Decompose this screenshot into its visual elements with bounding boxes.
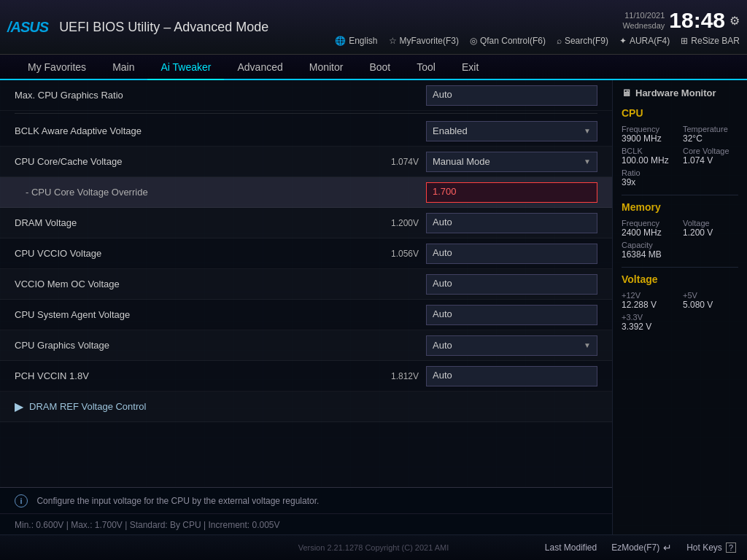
nav-ai-tweaker[interactable]: Ai Tweaker [147,55,224,80]
settings-icon[interactable]: ⚙ [729,14,740,28]
label-vccio-mem-oc: VCCIO Mem OC Voltage [15,279,426,289]
hw-memory-grid: Frequency 2400 MHz Voltage 1.200 V Capac… [622,219,738,260]
fan-icon: ◎ [470,36,477,46]
row-pch-vccin: PCH VCCIN 1.8V 1.812V Auto [0,361,612,392]
aura-icon: ✦ [619,36,627,46]
last-modified-label: Last Modified [545,542,597,553]
date-text: 11/10/2021 [624,10,665,20]
row-dram-ref-voltage[interactable]: ▶ DRAM REF Voltage Control [0,392,612,422]
nav-my-favorites[interactable]: My Favorites [15,55,99,79]
hw-cpu-bclk-label: BCLK 100.00 MHz [622,147,677,166]
input-pch-vccin[interactable]: Auto [426,366,597,386]
hw-memory-title: Memory [622,201,738,213]
ezmode-button[interactable]: EzMode(F7) ↵ [611,542,672,553]
input-cpu-system-agent[interactable]: Auto [426,305,597,325]
row-cpu-graphics-voltage: CPU Graphics Voltage Auto ▼ [0,330,612,361]
input-cpu-vccio-voltage[interactable]: Auto [426,244,597,264]
main-layout: Max. CPU Graphics Ratio Auto BCLK Aware … [0,80,747,534]
hw-v33-label: +3.3V 3.392 V [622,313,677,332]
day-text: Wednesday [622,20,665,31]
star-icon: ☆ [389,36,397,46]
hw-divider-1 [622,195,738,195]
separator-1 [15,113,597,114]
search-icon: ⌕ [557,36,562,46]
search-button[interactable]: ⌕ Search(F9) [557,36,608,46]
hotkeys-button[interactable]: Hot Keys ? [686,542,736,553]
version-text: Version 2.21.1278 Copyright (C) 2021 AMI [298,543,449,552]
bottom-bar: Version 2.21.1278 Copyright (C) 2021 AMI… [0,534,747,560]
ezmode-label: EzMode(F7) [611,542,659,553]
settings-table: Max. CPU Graphics Ratio Auto BCLK Aware … [0,80,612,487]
hw-voltage-grid: +12V 12.288 V +5V 5.080 V +3.3V 3.392 V [622,291,738,332]
row-cpu-vccio-voltage: CPU VCCIO Voltage 1.056V Auto [0,238,612,269]
label-cpu-core-cache-voltage: CPU Core/Cache Voltage [15,156,375,167]
globe-icon: 🌐 [335,36,346,46]
asus-logo: /ASUS [7,19,48,36]
hw-cpu-temp-label: Temperature 32°C [683,125,738,144]
row-cpu-system-agent: CPU System Agent Voltage Auto [0,300,612,330]
arrow-right-icon: ↵ [663,542,672,553]
bios-title: UEFI BIOS Utility – Advanced Mode [59,20,268,35]
row-cpu-core-voltage-override: - CPU Core Voltage Override 1.700 [0,177,612,208]
hw-v5-label: +5V 5.080 V [683,291,738,310]
label-cpu-system-agent: CPU System Agent Voltage [15,309,426,320]
nav-tool[interactable]: Tool [403,55,449,79]
label-dram-voltage: DRAM Voltage [15,217,375,228]
hw-monitor-title: 🖥 Hardware Monitor [622,88,738,98]
nav-main[interactable]: Main [99,55,147,79]
expand-arrow-icon: ▶ [15,400,23,413]
pre-cpu-core-cache-voltage: 1.074V [375,157,419,167]
row-bclk-aware: BCLK Aware Adaptive Voltage Enabled ▼ [0,116,612,147]
hw-cpu-grid: Frequency 3900 MHz Temperature 32°C BCLK… [622,125,738,187]
label-pch-vccin: PCH VCCIN 1.8V [15,370,375,381]
hotkeys-label: Hot Keys [686,542,722,553]
qfan-button[interactable]: ◎ Qfan Control(F6) [470,36,546,46]
constraint-text: Min.: 0.600V | Max.: 1.700V | Standard: … [15,520,280,530]
hw-cpu-ratio-label: Ratio 39x [622,168,677,187]
time-display: 18:48 [669,8,725,33]
input-dram-voltage[interactable]: Auto [426,213,597,233]
pre-cpu-vccio-voltage: 1.056V [375,249,419,259]
nav-bar: My Favorites Main Ai Tweaker Advanced Mo… [0,55,747,80]
asus-logo-text: /ASUS [7,19,48,36]
myfavorite-button[interactable]: ☆ MyFavorite(F3) [389,36,459,46]
info-bar: i Configure the input voltage for the CP… [0,487,612,513]
info-text: Configure the input voltage for the CPU … [36,496,319,506]
select-cpu-graphics-voltage[interactable]: Auto ▼ [426,335,597,356]
info-icon: i [15,494,28,508]
chevron-down-icon: ▼ [584,127,591,135]
language-button[interactable]: 🌐 English [335,36,377,46]
label-dram-ref-voltage: DRAM REF Voltage Control [29,401,597,412]
nav-monitor[interactable]: Monitor [296,55,357,79]
input-vccio-mem-oc[interactable]: Auto [426,274,597,295]
top-icons-bar: 🌐 English ☆ MyFavorite(F3) ◎ Qfan Contro… [335,36,740,46]
resizebar-icon: ⊞ [681,36,688,46]
row-cpu-core-cache-voltage: CPU Core/Cache Voltage 1.074V Manual Mod… [0,147,612,177]
hw-divider-2 [622,267,738,268]
nav-advanced[interactable]: Advanced [224,55,295,79]
content-area: Max. CPU Graphics Ratio Auto BCLK Aware … [0,80,612,534]
label-cpu-vccio-voltage: CPU VCCIO Voltage [15,248,375,259]
pre-pch-vccin: 1.812V [375,371,419,381]
input-cpu-core-voltage-override[interactable]: 1.700 [426,182,597,203]
chevron-down-icon: ▼ [584,158,591,166]
pre-dram-voltage: 1.200V [375,218,419,228]
select-bclk-aware[interactable]: Enabled ▼ [426,121,597,141]
select-cpu-core-cache-voltage[interactable]: Manual Mode ▼ [426,152,597,172]
resizebar-button[interactable]: ⊞ ReSize BAR [681,36,740,46]
last-modified-button[interactable]: Last Modified [545,542,597,553]
constraint-bar: Min.: 0.600V | Max.: 1.700V | Standard: … [0,513,612,534]
label-bclk-aware: BCLK Aware Adaptive Voltage [15,125,426,136]
hw-cpu-title: CPU [622,107,738,119]
row-dram-voltage: DRAM Voltage 1.200V Auto [0,208,612,238]
hw-mem-freq-label: Frequency 2400 MHz [622,219,677,238]
input-max-cpu-graphics-ratio[interactable]: Auto [426,85,597,106]
nav-exit[interactable]: Exit [449,55,492,79]
aura-button[interactable]: ✦ AURA(F4) [619,36,670,46]
hw-cpu-corevoltage-label: Core Voltage 1.074 V [683,147,738,166]
top-bar: /ASUS UEFI BIOS Utility – Advanced Mode … [0,0,747,55]
label-max-cpu-graphics-ratio: Max. CPU Graphics Ratio [15,90,426,101]
monitor-icon: 🖥 [622,88,631,98]
hw-monitor-sidebar: 🖥 Hardware Monitor CPU Frequency 3900 MH… [612,80,747,534]
nav-boot[interactable]: Boot [356,55,403,79]
